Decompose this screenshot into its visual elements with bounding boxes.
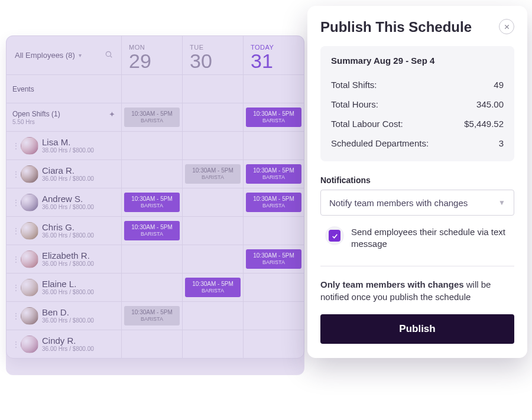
employee-meta: 36.00 Hrs / $800.00 (42, 175, 94, 183)
shift-cell[interactable] (244, 217, 304, 245)
avatar (21, 194, 38, 211)
stat-label: Total Labour Cost: (331, 119, 403, 129)
employee-meta: 36.00 Hrs / $800.00 (42, 204, 94, 211)
summary-card: Summary Aug 29 - Sep 4 Total Shifts:49To… (320, 46, 514, 161)
drag-handle-icon[interactable]: ⋮ (12, 170, 17, 178)
checkbox-container (325, 226, 344, 245)
shift-cell[interactable]: 10:30AM - 5PMBARISTA (122, 188, 183, 216)
employee-cell[interactable]: ⋮ Ciara R. 36.00 Hrs / $800.00 (7, 160, 122, 188)
employee-cell[interactable]: ⋮ Chris G. 36.00 Hrs / $800.00 (7, 217, 122, 245)
events-row: Events (7, 74, 304, 103)
employee-row: ⋮ Elaine L. 36.00 Hrs / $800.00 10:30AM … (7, 273, 304, 301)
drag-handle-icon[interactable]: ⋮ (12, 255, 17, 263)
shift-cell[interactable]: 10:30AM - 5PMBARISTA (244, 160, 304, 188)
shift-block[interactable]: 10:30AM - 5PMBARISTA (246, 249, 301, 269)
sms-option-row: Send employees their schedule via text m… (320, 216, 514, 255)
shift-cell[interactable]: 10:30AM - 5PMBARISTA (122, 302, 183, 330)
employee-cell[interactable]: ⋮ Lisa M. 38.00 Hrs / $800.00 (7, 132, 122, 159)
shift-cell[interactable]: 10:30AM - 5PMBARISTA (122, 217, 183, 245)
shift-cell[interactable] (122, 274, 183, 301)
shift-cell[interactable] (244, 302, 304, 330)
open-shift[interactable]: 10:30AM - 5PMBARISTA (246, 108, 301, 127)
employee-meta: 36.00 Hrs / $800.00 (42, 289, 94, 296)
employee-cell[interactable]: ⋮ Ben D. 36.00 Hrs / $800.00 (7, 302, 122, 330)
shift-cell[interactable] (122, 245, 183, 273)
shift-cell[interactable] (183, 217, 244, 245)
svg-point-0 (106, 51, 111, 56)
avatar (21, 165, 38, 183)
open-shifts-row: Open Shifts (1) ✦ 5.50 Hrs 10:30AM - 5PM… (7, 103, 304, 131)
avatar (21, 307, 38, 325)
employee-row: ⋮ Chris G. 36.00 Hrs / $800.00 10:30AM -… (7, 216, 304, 245)
calendar-day[interactable]: TUE30 (183, 36, 244, 74)
drag-handle-icon[interactable]: ⋮ (12, 198, 17, 207)
divider (320, 266, 514, 266)
shift-block[interactable]: 10:30AM - 5PMBARISTA (185, 278, 241, 297)
modal-title: Publish This Schedule (320, 19, 472, 35)
shift-cell[interactable] (244, 132, 304, 159)
shift-cell[interactable] (183, 188, 244, 216)
employee-cell[interactable]: ⋮ Andrew S. 36.00 Hrs / $800.00 (7, 188, 122, 216)
employee-name: Elaine L. (42, 279, 94, 289)
shift-block[interactable]: 10:30AM - 5PMBARISTA (246, 193, 301, 212)
shift-block[interactable]: 10:30AM - 5PMBARISTA (246, 164, 301, 184)
shift-cell[interactable]: 10:30AM - 5PMBARISTA (244, 188, 304, 216)
employee-meta: 36.00 Hrs / $800.00 (42, 232, 94, 239)
search-icon[interactable] (105, 50, 113, 60)
shift-block[interactable]: 10:30AM - 5PMBARISTA (124, 306, 180, 325)
stat-value: $5,449.52 (464, 119, 504, 129)
drag-handle-icon[interactable]: ⋮ (12, 340, 17, 349)
shift-cell[interactable] (122, 132, 183, 159)
employee-cell[interactable]: ⋮ Elizabeth R. 36.00 Hrs / $800.00 (7, 245, 122, 273)
stat-label: Total Hours: (331, 99, 378, 109)
sms-checkbox-label: Send employees their schedule via text m… (351, 226, 513, 250)
summary-title: Summary Aug 29 - Sep 4 (331, 56, 504, 66)
employee-cell[interactable]: ⋮ Elaine L. 36.00 Hrs / $800.00 (7, 274, 122, 301)
shift-cell[interactable]: 10:30AM - 5PMBARISTA (183, 160, 244, 188)
publish-button[interactable]: Publish (320, 314, 514, 344)
shift-cell[interactable] (183, 330, 244, 358)
shift-cell[interactable] (244, 330, 304, 358)
sms-checkbox[interactable] (329, 230, 340, 242)
summary-stat-row: Scheduled Departments:3 (331, 134, 504, 153)
open-shift[interactable]: 10:30AM - 5PMBARISTA (124, 108, 180, 127)
notification-select[interactable]: Notify team members with changes ▼ (320, 190, 514, 216)
drag-handle-icon[interactable]: ⋮ (12, 312, 17, 320)
shift-cell[interactable]: 10:30AM - 5PMBARISTA (183, 274, 244, 301)
employee-filter[interactable]: All Employees (8) ▾ (7, 36, 122, 74)
shift-cell[interactable] (244, 274, 304, 301)
employee-name: Ben D. (42, 307, 94, 317)
shift-cell[interactable] (183, 245, 244, 273)
employee-meta: 36.00 Hrs / $800.00 (42, 346, 94, 353)
summary-stat-row: Total Hours:345.00 (331, 95, 504, 114)
employee-name: Elizabeth R. (42, 250, 94, 261)
svg-line-1 (111, 56, 112, 58)
shift-block[interactable]: 10:30AM - 5PMBARISTA (124, 221, 180, 240)
close-button[interactable] (499, 19, 514, 34)
calendar-day[interactable]: TODAY31 (244, 36, 304, 74)
avatar (21, 222, 38, 240)
shift-cell[interactable]: 10:30AM - 5PMBARISTA (244, 245, 304, 273)
day-number: 29 (129, 51, 151, 71)
shift-cell[interactable] (183, 132, 244, 159)
employee-cell[interactable]: ⋮ Cindy R. 36.00 Hrs / $800.00 (7, 330, 122, 358)
publish-schedule-modal: Publish This Schedule Summary Aug 29 - S… (307, 6, 527, 358)
events-label: Events (12, 85, 34, 93)
shift-block[interactable]: 10:30AM - 5PMBARISTA (185, 164, 241, 184)
stat-value: 49 (494, 80, 504, 90)
shift-cell[interactable] (122, 160, 183, 188)
avatar (21, 250, 38, 268)
stat-value: 3 (499, 138, 504, 148)
drag-handle-icon[interactable]: ⋮ (12, 142, 17, 150)
notifications-label: Notifications (320, 175, 514, 185)
shift-block[interactable]: 10:30AM - 5PMBARISTA (124, 193, 180, 212)
employee-row: ⋮ Cindy R. 36.00 Hrs / $800.00 (7, 330, 304, 358)
employee-name: Chris G. (42, 222, 94, 232)
drag-handle-icon[interactable]: ⋮ (12, 227, 17, 235)
drag-handle-icon[interactable]: ⋮ (12, 284, 17, 292)
magic-wand-icon[interactable]: ✦ (109, 110, 115, 119)
shift-cell[interactable] (183, 302, 244, 330)
calendar-day[interactable]: MON29 (122, 36, 183, 74)
employee-row: ⋮ Ciara R. 36.00 Hrs / $800.00 10:30AM -… (7, 159, 304, 188)
shift-cell[interactable] (122, 330, 183, 358)
